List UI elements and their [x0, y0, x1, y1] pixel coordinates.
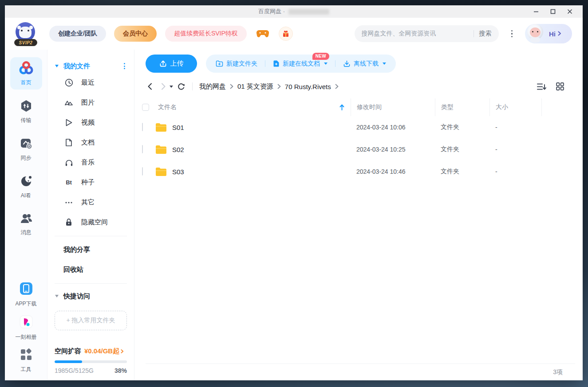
file-modified: 2024-03-24 10:06 [351, 124, 435, 131]
file-type: 文件夹 [435, 145, 489, 153]
upload-button[interactable]: 上传 [146, 55, 197, 73]
nav-item-pictures[interactable]: 图片 [47, 93, 134, 113]
column-header-name[interactable]: 文件名 [158, 103, 177, 111]
search-bar[interactable]: 搜网盘文件、全网资源资讯 搜索 [355, 25, 499, 42]
grid-view-button[interactable] [556, 82, 564, 90]
dropdown-caret-icon [383, 63, 386, 65]
item-count: 3项 [553, 368, 563, 376]
row-checkbox[interactable] [142, 123, 143, 131]
more-menu-icon[interactable] [509, 27, 516, 40]
rail-item-app-download[interactable]: APP下载 [10, 281, 42, 308]
new-badge: NEW [312, 53, 329, 60]
history-caret-icon[interactable] [170, 86, 173, 88]
window-title: 百度网盘 · [258, 8, 329, 16]
row-checkbox[interactable] [142, 145, 143, 153]
breadcrumb-current[interactable]: 70 Rusty.Rivets [285, 83, 331, 90]
breadcrumb-root[interactable]: 我的网盘 [199, 82, 226, 91]
new-folder-button[interactable]: 新建文件夹 [216, 60, 257, 68]
empty-file-area [134, 183, 583, 364]
table-row[interactable]: S02 2024-03-24 10:25 文件夹 - [134, 138, 583, 160]
member-center-button[interactable]: 会员中心 [114, 26, 157, 42]
back-button[interactable] [146, 81, 154, 92]
svip-promo-button[interactable]: 超值续费延长SVIP特权 [165, 26, 247, 42]
table-row[interactable]: S03 2024-03-24 10:46 文件夹 - [134, 160, 583, 183]
collapse-arrow-icon[interactable] [55, 295, 59, 297]
column-header-modified[interactable]: 修改时间 [357, 103, 382, 111]
nav-item-videos[interactable]: 视频 [47, 113, 134, 133]
table-row[interactable]: S01 2024-03-24 10:06 文件夹 - [134, 116, 583, 138]
nav-section-my-files[interactable]: 我的文件 [47, 59, 134, 73]
file-type: 文件夹 [435, 123, 489, 131]
music-headphone-icon [64, 159, 73, 167]
storage-progress-bar [55, 360, 127, 363]
file-name[interactable]: S02 [172, 146, 184, 153]
file-size: - [489, 146, 541, 153]
breadcrumb-folder[interactable]: 01 英文资源 [237, 82, 273, 91]
window-title-text: 百度网盘 · [258, 8, 285, 16]
app-window: 百度网盘 · SVIP2 创建企业/团队 会员中心 超值续费延长SVIP特权 [5, 5, 583, 380]
forward-button[interactable] [159, 81, 168, 92]
maximize-button[interactable] [545, 5, 561, 18]
rail-item-messages[interactable]: 消息 [10, 209, 42, 239]
file-name[interactable]: S03 [172, 168, 184, 176]
sort-ascending-icon[interactable] [339, 104, 344, 110]
nav-item-recent[interactable]: 最近 [47, 73, 134, 93]
select-all-checkbox[interactable] [142, 104, 149, 111]
chevron-right-icon [230, 84, 233, 89]
rail-label-sync: 同步 [21, 154, 32, 162]
folder-icon [155, 123, 167, 132]
game-icon[interactable] [257, 29, 269, 39]
new-online-doc-button[interactable]: NEW 新建在线文档 [273, 60, 328, 68]
nav-item-recycle-bin[interactable]: 回收站 [47, 260, 134, 280]
collapse-arrow-icon[interactable] [55, 65, 59, 67]
clock-icon [64, 78, 73, 87]
expand-storage-link[interactable]: 空间扩容 ¥0.04/GB起 [55, 347, 127, 356]
column-header-type[interactable]: 类型 [441, 103, 454, 111]
rail-item-photos[interactable]: 一刻相册 [10, 315, 42, 341]
new-doc-icon [273, 60, 280, 67]
sync-icon [20, 137, 33, 152]
table-header: 文件名 修改时间 类型 大小 [134, 98, 583, 116]
ellipsis-icon [64, 201, 73, 204]
rail-item-tools[interactable]: 工具 [10, 348, 42, 373]
titlebar: 百度网盘 · [5, 5, 583, 18]
nav-item-my-shares[interactable]: 我的分享 [47, 240, 134, 260]
create-team-button[interactable]: 创建企业/团队 [49, 26, 106, 42]
minimize-button[interactable] [528, 5, 545, 18]
search-divider [474, 30, 474, 37]
video-play-icon [64, 118, 73, 127]
search-input[interactable]: 搜网盘文件、全网资源资讯 [362, 30, 468, 38]
search-button[interactable]: 搜索 [479, 30, 492, 38]
ai-view-icon [20, 175, 33, 190]
rail-label-app-download: APP下载 [15, 300, 36, 308]
column-header-size[interactable]: 大小 [496, 103, 508, 111]
rail-item-ai-view[interactable]: AI看 [10, 171, 42, 203]
gift-icon[interactable] [279, 27, 293, 41]
row-checkbox[interactable] [142, 167, 143, 176]
sort-order-button[interactable] [537, 83, 546, 90]
nav-item-others[interactable]: 其它 [47, 192, 134, 212]
chevron-right-icon[interactable] [335, 84, 339, 89]
nav-item-music[interactable]: 音乐 [47, 152, 134, 172]
rail-item-transfer[interactable]: 传输 [10, 96, 42, 127]
nav-section-quick-access[interactable]: 快捷访问 [47, 287, 134, 305]
nav-item-hidden-space[interactable]: 隐藏空间 [47, 212, 134, 232]
profile-pill[interactable]: Hi [525, 24, 572, 43]
close-button[interactable] [561, 5, 578, 18]
refresh-button[interactable] [176, 81, 187, 92]
rail-label-ai-view: AI看 [21, 192, 31, 199]
file-name[interactable]: S01 [172, 124, 184, 131]
file-size: - [489, 168, 541, 175]
user-avatar-logo[interactable]: SVIP2 [16, 22, 36, 45]
drop-favorite-folder-zone[interactable]: + 拖入常用文件夹 [55, 311, 127, 330]
transfer-icon [20, 99, 33, 114]
tools-icon [20, 348, 33, 363]
rail-item-home[interactable]: 首页 [10, 57, 42, 90]
document-icon [64, 138, 73, 147]
rail-item-sync[interactable]: 同步 [10, 133, 42, 165]
offline-download-button[interactable]: 离线下载 [343, 60, 386, 68]
nav-item-documents[interactable]: 文档 [47, 133, 134, 152]
lock-icon [64, 218, 73, 227]
nav-item-torrents[interactable]: Bt 种子 [47, 172, 134, 192]
my-files-menu-icon[interactable] [121, 61, 128, 71]
